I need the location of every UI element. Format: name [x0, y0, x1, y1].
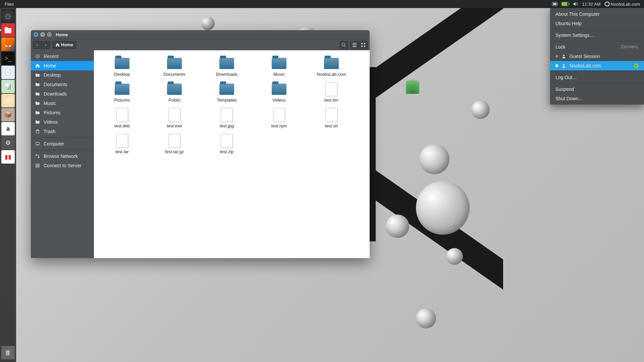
menu-item-lock[interactable]: LockCtrl+Alt+L — [550, 42, 644, 52]
file-item[interactable]: test.jpg — [201, 107, 253, 130]
menu-item-label: NoobsLab.com — [570, 63, 601, 68]
file-label: NoobsLab.com — [317, 72, 346, 77]
sidebar-item-label: Computer — [44, 141, 64, 146]
launcher-impress[interactable]: 📽 — [1, 94, 15, 107]
launcher-dash[interactable]: ◌ — [1, 9, 15, 23]
grid-icon — [361, 43, 366, 47]
svg-rect-8 — [364, 46, 365, 47]
file-item[interactable]: Documents — [148, 55, 201, 78]
file-item[interactable]: Templates — [201, 81, 253, 104]
user-icon — [561, 54, 566, 59]
sidebar-item-computer[interactable]: Computer — [31, 139, 94, 148]
sidebar-item-home[interactable]: Home — [31, 61, 94, 70]
sidebar-item-trash[interactable]: Trash — [31, 127, 94, 136]
window-titlebar[interactable]: ✕ – ▢ Home — [31, 30, 370, 39]
file-item[interactable]: Music — [253, 55, 305, 78]
file-item[interactable]: Videos — [253, 81, 305, 104]
keyboard-indicator[interactable] — [550, 2, 559, 6]
file-item[interactable]: Downloads — [201, 55, 253, 78]
sound-indicator[interactable] — [571, 2, 580, 6]
file-item[interactable]: test.tar — [96, 132, 148, 156]
file-item[interactable]: NoobsLab.com — [305, 55, 358, 78]
file-item[interactable]: Pictures — [96, 81, 148, 104]
file-label: Pictures — [114, 98, 130, 103]
view-grid-button[interactable] — [359, 41, 368, 49]
menu-item-system-settings-[interactable]: System Settings… — [550, 31, 644, 40]
file-label: test.tar — [115, 149, 129, 154]
menu-item-ubuntu-help[interactable]: Ubuntu Help — [550, 19, 644, 28]
file-label: test.sh — [325, 123, 338, 128]
folder-icon — [219, 58, 234, 69]
launcher-writer[interactable]: 📄 — [1, 66, 15, 79]
folder-icon — [35, 110, 40, 115]
nav-forward-button[interactable]: › — [42, 41, 50, 49]
menu-item-noobslab-com[interactable]: NoobsLab.com✓ — [550, 61, 644, 70]
svg-rect-11 — [36, 155, 37, 156]
sidebar-item-browse-network[interactable]: Browse Network — [31, 152, 94, 161]
computer-icon — [35, 141, 40, 146]
sidebar-item-pictures[interactable]: Pictures — [31, 108, 94, 117]
file-item[interactable]: Public — [148, 81, 201, 104]
file-item[interactable]: test.bin — [305, 81, 358, 104]
sidebar-item-desktop[interactable]: Desktop — [31, 70, 94, 80]
svg-rect-10 — [36, 142, 40, 144]
radio-icon — [555, 64, 558, 67]
window-minimize-button[interactable]: – — [40, 32, 45, 37]
sidebar-item-connect-to-server[interactable]: Connect to Server — [31, 161, 94, 170]
launcher-calc[interactable]: 📊 — [1, 80, 15, 93]
file-item[interactable]: test.exe — [148, 107, 201, 130]
sidebar-item-recent[interactable]: Recent — [31, 52, 94, 61]
launcher-amazon[interactable]: a — [1, 122, 15, 135]
menu-item-label: Lock — [555, 44, 566, 50]
sidebar-item-documents[interactable]: Documents — [31, 80, 94, 89]
file-icon — [325, 82, 337, 96]
svg-point-15 — [37, 165, 37, 165]
menu-item-label: Ubuntu Help — [555, 21, 582, 26]
menu-item-suspend[interactable]: Suspend — [550, 84, 644, 94]
sidebar-item-downloads[interactable]: Downloads — [31, 89, 94, 99]
sidebar-item-music[interactable]: Music — [31, 99, 94, 108]
svg-rect-2 — [5, 28, 11, 33]
launcher-files[interactable] — [1, 23, 15, 37]
network-icon — [35, 154, 40, 159]
battery-indicator[interactable] — [559, 2, 571, 6]
file-label: Documents — [163, 72, 185, 77]
menu-item-label: Shut Down… — [555, 96, 583, 101]
launcher-trash[interactable]: 🗑 — [1, 346, 15, 359]
window-close-button[interactable]: ✕ — [34, 32, 38, 37]
launcher-software[interactable]: 📦 — [1, 108, 15, 121]
file-icon — [221, 108, 233, 122]
file-item[interactable]: test.tar.gz — [148, 132, 201, 156]
folder-icon — [272, 58, 286, 69]
file-item[interactable]: test.zip — [201, 132, 253, 156]
launcher-firefox[interactable]: 🦊 — [1, 38, 15, 51]
sidebar-item-videos[interactable]: Videos — [31, 117, 94, 127]
launcher-terminal[interactable]: >_ — [1, 52, 15, 65]
view-list-button[interactable] — [350, 41, 359, 49]
nav-back-button[interactable]: ‹ — [33, 41, 42, 49]
home-icon — [35, 63, 40, 68]
file-item[interactable]: test.deb — [96, 107, 148, 130]
svg-rect-14 — [36, 166, 40, 167]
menu-item-about-this-computer[interactable]: About This Computer — [550, 9, 644, 19]
session-indicator[interactable]: NoobsLab.com — [603, 2, 642, 7]
file-label: Downloads — [216, 72, 237, 77]
search-button[interactable] — [339, 41, 348, 49]
svg-point-18 — [563, 64, 565, 66]
server-icon — [35, 163, 40, 168]
folder-icon — [219, 83, 234, 95]
folder-icon — [35, 72, 40, 78]
file-item[interactable]: test.rpm — [253, 107, 305, 130]
folder-icon — [324, 58, 339, 69]
menu-item-shut-down-[interactable]: Shut Down… — [550, 94, 644, 103]
launcher-updates[interactable]: ▮▮ — [1, 150, 15, 164]
file-item[interactable]: test.sh — [305, 107, 358, 130]
file-item[interactable]: Desktop — [96, 55, 148, 78]
menu-item-log-out-[interactable]: Log Out… — [550, 73, 644, 82]
active-app-menu[interactable]: Files — [2, 2, 16, 7]
clock-indicator[interactable]: 11:32 AM — [580, 2, 603, 7]
window-maximize-button[interactable]: ▢ — [47, 32, 52, 37]
menu-item-guest-session[interactable]: Guest Session — [550, 52, 644, 61]
launcher-settings[interactable]: ⚙ — [1, 136, 15, 149]
path-bar[interactable]: Home — [52, 41, 76, 49]
